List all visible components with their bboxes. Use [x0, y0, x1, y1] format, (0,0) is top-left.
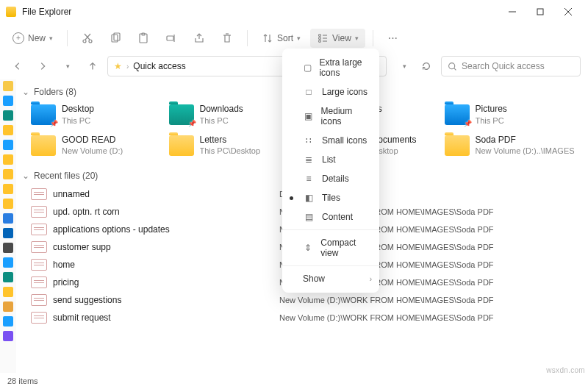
pin-icon: 📌	[464, 120, 472, 127]
file-row[interactable]: send suggestionsNew Volume (D:)\WORK FRO…	[31, 291, 575, 309]
new-button[interactable]: + New ▾	[6, 29, 60, 48]
folder-text: PicturesThis PC	[476, 104, 507, 126]
back-button[interactable]	[7, 56, 28, 76]
forward-button[interactable]	[32, 56, 53, 76]
minimize-button[interactable]	[498, 1, 526, 22]
folder-name: Pictures	[476, 104, 507, 115]
sort-label: Sort	[277, 33, 293, 43]
folder-icon	[31, 135, 56, 156]
folder-name: Letters	[200, 135, 261, 146]
folder-name: Desktop	[62, 104, 94, 115]
rename-button[interactable]	[159, 29, 184, 48]
nav-downloads-icon	[3, 110, 13, 121]
delete-button[interactable]	[215, 29, 240, 48]
statusbar: 28 items	[0, 373, 588, 389]
menu-item[interactable]: ≣List	[282, 150, 379, 169]
up-button[interactable]	[82, 56, 103, 76]
refresh-button[interactable]	[416, 56, 437, 76]
folder-icon	[169, 135, 194, 156]
address-crumb: Quick access	[133, 61, 185, 71]
menu-item[interactable]: ∷Small icons	[282, 131, 379, 150]
folder-text: DesktopThis PC	[62, 104, 94, 126]
copy-button[interactable]	[103, 29, 128, 48]
window-title: File Explorer	[22, 7, 498, 17]
folder-item[interactable]: 📌PicturesThis PC	[445, 101, 576, 128]
menu-item[interactable]: □Large icons	[282, 82, 379, 101]
folder-location: New Volume (D:)..\IMAGES	[476, 146, 575, 156]
svg-line-7	[85, 34, 90, 40]
search-box[interactable]: Search Quick access	[441, 56, 581, 76]
chevron-down-icon: ⌄	[22, 171, 29, 181]
folder-location: This PC\Desktop	[200, 146, 261, 156]
view-option-icon: ◧	[303, 193, 315, 203]
maximize-button[interactable]	[526, 1, 554, 22]
file-icon	[31, 259, 47, 271]
recent-button[interactable]: ▾	[57, 56, 78, 76]
file-name: customer supp	[53, 242, 273, 252]
folder-location: New Volume (D:)	[62, 146, 123, 156]
folder-text: LettersThis PC\Desktop	[200, 135, 261, 157]
sort-button[interactable]: Sort ▾	[255, 29, 307, 48]
chevron-right-icon: ›	[370, 275, 372, 283]
folder-item[interactable]: 📌DownloadsThis PC	[169, 101, 300, 128]
search-placeholder: Search Quick access	[462, 61, 545, 71]
view-option-icon: ∷	[303, 135, 315, 146]
pin-icon: 📌	[188, 120, 196, 127]
address-chevron-button[interactable]: ▾	[394, 56, 415, 76]
nav-folder-icon	[3, 184, 13, 194]
menu-item[interactable]: ▢Extra large icons	[282, 53, 379, 82]
separator	[67, 30, 68, 46]
menu-item[interactable]: ▤Content	[282, 207, 379, 226]
close-button[interactable]	[554, 1, 582, 22]
paste-button[interactable]	[131, 29, 156, 48]
svg-point-17	[319, 35, 321, 37]
titlebar: File Explorer	[0, 0, 588, 24]
chevron-down-icon: ▾	[355, 35, 359, 42]
new-label: New	[28, 33, 46, 43]
folder-item[interactable]: LettersThis PC\Desktop	[169, 132, 300, 159]
file-icon	[31, 206, 47, 218]
separator	[247, 30, 248, 46]
share-icon	[193, 32, 205, 44]
sort-icon	[262, 32, 273, 44]
share-button[interactable]	[187, 29, 212, 48]
menu-label: Show	[303, 274, 325, 284]
file-path: New Volume (D:)\WORK FROM HOME\IMAGES\So…	[279, 296, 575, 304]
menu-label: Extra large icons	[319, 57, 370, 78]
more-button[interactable]: ···	[381, 29, 406, 48]
folder-location: This PC	[62, 115, 94, 126]
folder-icon: 📌	[445, 104, 470, 125]
delete-icon	[221, 32, 233, 44]
cut-icon	[82, 32, 93, 44]
file-name: unnamed	[53, 189, 273, 199]
nav-folder-icon	[3, 169, 13, 179]
folder-icon	[445, 135, 470, 156]
cut-button[interactable]	[75, 29, 100, 48]
nav-folder-icon	[3, 316, 13, 326]
more-icon: ···	[387, 32, 399, 44]
folder-location: This PC	[200, 115, 243, 126]
chevron-right-icon: ›	[126, 63, 129, 71]
nav-pane-collapsed[interactable]	[0, 79, 16, 373]
star-icon: ★	[114, 61, 122, 71]
folder-item[interactable]: 📌DesktopThis PC	[31, 101, 162, 128]
view-button[interactable]: View ▾	[310, 29, 365, 48]
menu-item[interactable]: ≡Details	[282, 169, 379, 188]
nav-music-icon	[3, 301, 13, 312]
file-row[interactable]: submit requestNew Volume (D:)\WORK FROM …	[31, 309, 575, 326]
file-name: home	[53, 260, 273, 270]
paste-icon	[137, 32, 149, 44]
menu-show[interactable]: Show ›	[282, 269, 379, 288]
nav-folder-icon	[3, 199, 13, 209]
nav-documents-icon	[3, 125, 13, 135]
menu-item[interactable]: ◧Tiles	[282, 188, 379, 207]
menu-compact-view[interactable]: ⇕ Compact view	[282, 233, 379, 263]
watermark: wsxdn.com	[546, 366, 585, 374]
menu-label: Small icons	[322, 135, 367, 146]
folder-item[interactable]: Soda PDFNew Volume (D:)..\IMAGES	[445, 132, 576, 159]
view-option-icon: ▢	[303, 63, 312, 73]
view-option-icon: ≡	[303, 174, 315, 184]
recent-group-label: Recent files (20)	[34, 171, 98, 181]
folder-item[interactable]: GOOD READNew Volume (D:)	[31, 132, 162, 159]
menu-item[interactable]: ▣Medium icons	[282, 101, 379, 131]
